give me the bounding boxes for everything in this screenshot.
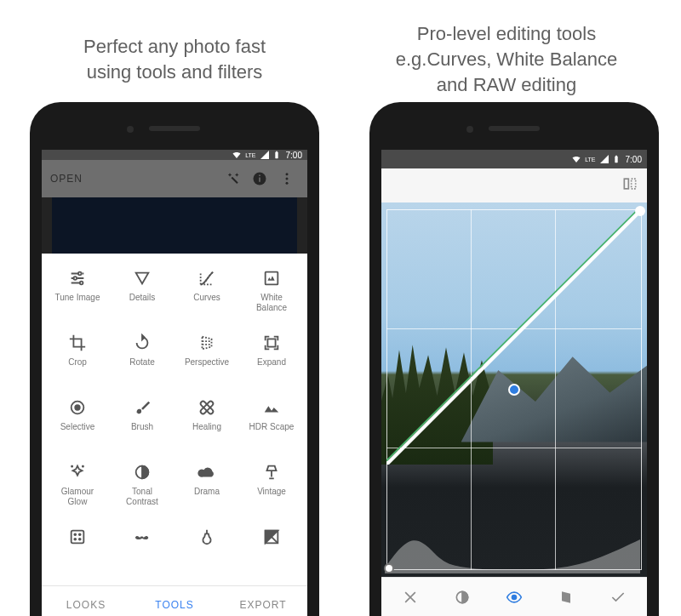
tool-curves[interactable]: Curves [175,262,239,327]
tool-expand[interactable]: Expand [239,327,304,391]
svg-point-20 [79,539,81,540]
channel-contrast[interactable] [437,589,489,606]
tool-label: Rotate [129,357,154,368]
tool-glamour-glow[interactable]: GlamourGlow [45,456,110,521]
tool-label: Expand [257,357,286,368]
tool-bw[interactable] [239,521,304,585]
battery-icon [612,154,621,164]
half-circle-icon [133,463,152,482]
tool-grainy-film[interactable] [45,521,110,585]
svg-point-6 [78,272,82,276]
tool-label: Brush [131,422,153,432]
tool-label: Vintage [257,487,286,497]
tool-drama[interactable]: Drama [175,456,239,521]
crop-icon [68,334,87,352]
tool-tonal-contrast[interactable]: TonalContrast [110,456,175,521]
sparkle-icon [68,463,87,482]
tool-label: GlamourGlow [61,487,94,506]
tool-crop[interactable]: Crop [45,327,110,391]
lamp-icon [262,463,281,482]
target-icon [68,398,87,417]
channel-luminance[interactable] [489,589,541,606]
svg-rect-23 [632,179,636,189]
tool-tune-image[interactable]: Tune Image [45,262,110,327]
tool-grunge[interactable] [175,521,239,585]
svg-point-19 [74,539,76,540]
tab-tools[interactable]: TOOLS [130,586,219,616]
channel-card[interactable] [540,589,592,606]
perspective-icon [197,334,216,352]
contrast-icon [454,589,471,606]
svg-line-26 [386,209,642,465]
svg-point-12 [75,405,80,410]
battery-icon [272,150,281,160]
curve-lines [386,209,642,465]
card-icon [558,589,575,606]
tab-looks[interactable]: LOOKS [42,586,130,616]
svg-rect-16 [72,531,84,544]
svg-point-17 [74,533,76,535]
tool-label: Crop [68,357,87,368]
cloud-icon [197,463,216,482]
tool-label: Perspective [185,357,229,368]
white-balance-icon [262,269,281,288]
tool-label: Drama [194,487,220,497]
check-icon [609,589,627,606]
bw-square-icon [262,528,281,546]
triangle-down-icon [133,269,152,288]
curve-handle-highlight[interactable] [635,206,645,216]
film-dots-icon [68,528,87,546]
curves-header [381,168,647,202]
network-label: LTE [245,152,255,158]
tool-rotate[interactable]: Rotate [110,327,175,391]
guitar-icon [197,528,216,546]
dim-overlay [42,160,307,254]
sliders-icon [68,269,87,288]
tool-healing[interactable]: Healing [175,391,239,456]
svg-rect-10 [267,339,275,346]
tool-white-balance[interactable]: WhiteBalance [239,262,304,327]
mustache-icon [133,528,152,546]
compare-icon[interactable] [621,175,638,196]
svg-point-8 [80,282,83,285]
phone-frame-right: LTE 7:00 [369,102,659,616]
svg-rect-22 [624,179,628,189]
tool-label: TonalContrast [126,487,158,506]
wifi-icon [232,150,242,160]
histogram [385,534,640,573]
tool-label: Healing [192,422,221,432]
tools-grid: Tune Image Details Curves WhiteBala [42,254,307,585]
svg-point-18 [79,533,81,535]
curves-canvas[interactable] [381,202,647,577]
tools-sheet: Tune Image Details Curves WhiteBala [42,254,307,616]
signal-icon [260,150,270,160]
bandage-icon [197,398,216,417]
tab-export[interactable]: EXPORT [219,586,307,616]
curve-handle-mid[interactable] [508,384,520,396]
tool-label: Curves [193,293,220,303]
curve-handle-shadow[interactable] [384,563,394,573]
svg-point-28 [512,595,516,599]
tool-brush[interactable]: Brush [110,391,175,456]
close-button[interactable] [385,589,437,606]
status-bar: LTE 7:00 [42,150,307,160]
bottom-tabs: LOOKS TOOLS EXPORT [42,585,307,616]
clock: 7:00 [286,151,302,160]
svg-point-7 [73,277,77,280]
tool-details[interactable]: Details [110,262,175,327]
apply-button[interactable] [592,589,644,606]
clock: 7:00 [626,155,642,164]
tool-retrolux[interactable] [110,521,175,585]
caption-right: Pro-level editing toolse.g.Curves, White… [396,17,617,102]
phone-frame-left: LTE 7:00 OPEN [30,102,319,616]
close-icon [402,589,419,606]
tool-perspective[interactable]: Perspective [175,327,239,391]
tool-selective[interactable]: Selective [45,391,110,456]
tool-hdr-scape[interactable]: HDR Scape [239,391,304,456]
curves-edit-bar [381,577,647,616]
network-label: LTE [585,157,595,163]
signal-icon [599,154,609,164]
tool-label: Details [129,293,156,303]
tool-vintage[interactable]: Vintage [239,456,304,521]
eye-icon [506,589,523,606]
